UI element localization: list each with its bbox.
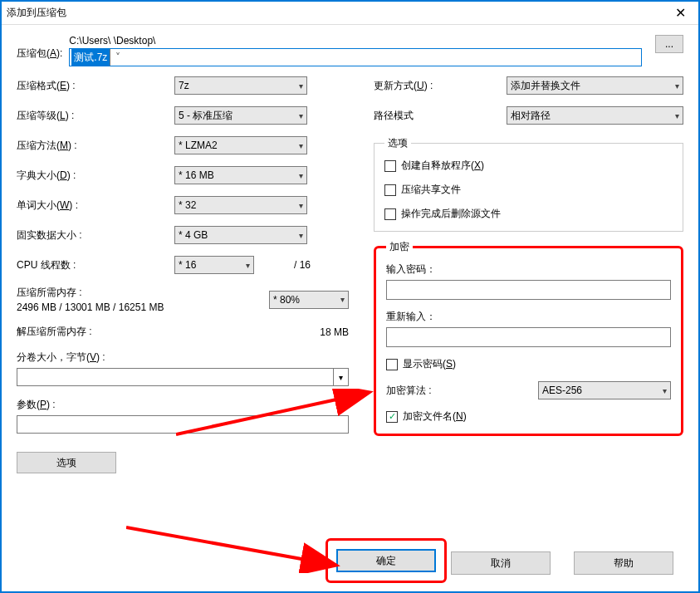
options-legend: 选项: [384, 136, 411, 150]
mem-comp-value: 2496 MB / 13001 MB / 16251 MB: [17, 301, 257, 313]
archive-name-input[interactable]: 测试.7z ˅: [69, 48, 642, 66]
solid-select[interactable]: * 4 GB▾: [174, 226, 307, 244]
alg-label: 加密算法 :: [386, 384, 538, 398]
split-input[interactable]: ▾: [17, 368, 349, 386]
showpwd-checkbox[interactable]: 显示密码(S): [386, 357, 671, 371]
dialog-content: 压缩包(A): C:\Users\ \Desktop\ 测试.7z ˅ ... …: [2, 25, 698, 591]
dict-label: 字典大小(D) :: [17, 169, 174, 183]
sfx-checkbox[interactable]: 创建自释放程序(X): [384, 159, 673, 173]
chevron-down-icon: ▾: [663, 386, 667, 395]
titlebar: 添加到压缩包 ✕: [2, 2, 698, 25]
mem-pct-select[interactable]: * 80%▾: [269, 291, 349, 309]
pwd2-label: 重新输入：: [386, 310, 671, 324]
encryption-group: 加密 输入密码： 重新输入： 显示密码(S) 加密算法 : AES-256▾ 加…: [374, 240, 683, 436]
chevron-down-icon: ▾: [675, 81, 679, 91]
annotation-arrow-2: [126, 523, 342, 573]
pwd-label: 输入密码：: [386, 262, 671, 277]
cpu-label: CPU 线程数 :: [17, 258, 174, 272]
encnames-checkbox[interactable]: 加密文件名(N): [386, 409, 671, 424]
ok-button[interactable]: 确定: [336, 549, 436, 572]
chevron-down-icon: ▾: [299, 201, 303, 210]
encryption-legend: 加密: [386, 240, 413, 254]
word-label: 单词大小(W) :: [17, 198, 174, 213]
chevron-down-icon: ▾: [333, 369, 348, 385]
chevron-down-icon: ▾: [299, 171, 303, 180]
dialog-title: 添加到压缩包: [2, 6, 66, 20]
shared-checkbox[interactable]: 压缩共享文件: [384, 183, 673, 197]
ok-highlight: 确定: [326, 538, 447, 583]
archive-path-text: C:\Users\ \Desktop\: [69, 35, 642, 48]
mem-decomp-label: 解压缩所需内存 :: [17, 325, 92, 339]
split-label: 分卷大小，字节(V) :: [17, 350, 349, 365]
level-label: 压缩等级(L) :: [17, 109, 174, 123]
chevron-down-icon: ▾: [675, 111, 679, 120]
format-label: 压缩格式(E) :: [17, 79, 174, 93]
pwd-input[interactable]: [386, 280, 671, 300]
options-group: 选项 创建自释放程序(X) 压缩共享文件 操作完成后删除源文件: [374, 136, 683, 232]
update-select[interactable]: 添加并替换文件▾: [507, 76, 683, 95]
archive-name-selected: 测试.7z: [71, 49, 110, 66]
params-input[interactable]: [17, 415, 349, 434]
pathmode-label: 路径模式: [374, 109, 507, 123]
cancel-button[interactable]: 取消: [451, 551, 551, 575]
dialog-window: 添加到压缩包 ✕ 压缩包(A): C:\Users\ \Desktop\ 测试.…: [0, 0, 700, 593]
chevron-down-icon: ▾: [299, 231, 303, 240]
help-button[interactable]: 帮助: [574, 551, 673, 575]
chevron-down-icon: ▾: [299, 141, 303, 150]
archive-label: 压缩包(A):: [17, 35, 62, 61]
params-label: 参数(P) :: [17, 398, 349, 412]
right-column: 更新方式(U) : 添加并替换文件▾ 路径模式 相对路径▾ 选项 创建自释放程序…: [374, 76, 683, 473]
pathmode-select[interactable]: 相对路径▾: [507, 106, 683, 125]
method-label: 压缩方法(M) :: [17, 139, 174, 153]
level-select[interactable]: 5 - 标准压缩▾: [174, 106, 307, 125]
chevron-down-icon: ▾: [299, 111, 303, 120]
format-select[interactable]: 7z▾: [174, 76, 307, 95]
archive-row: 压缩包(A): C:\Users\ \Desktop\ 测试.7z ˅ ...: [17, 35, 683, 66]
close-button[interactable]: ✕: [662, 2, 698, 25]
svg-line-1: [126, 527, 334, 565]
dict-select[interactable]: * 16 MB▾: [174, 166, 307, 184]
mem-comp-label: 压缩所需内存 :: [17, 286, 257, 300]
chevron-down-icon: ▾: [299, 81, 303, 91]
dropdown-icon[interactable]: ˅: [110, 49, 125, 66]
alg-select[interactable]: AES-256▾: [538, 381, 671, 399]
options-button[interactable]: 选项: [17, 452, 116, 473]
cpu-total: / 16: [294, 259, 311, 271]
mem-decomp-value: 18 MB: [320, 326, 349, 338]
archive-path-area: C:\Users\ \Desktop\ 测试.7z ˅: [69, 35, 642, 66]
method-select[interactable]: * LZMA2▾: [174, 136, 307, 154]
browse-button[interactable]: ...: [655, 35, 683, 53]
cpu-select[interactable]: * 16▾: [174, 256, 254, 274]
solid-label: 固实数据大小 :: [17, 228, 174, 243]
update-label: 更新方式(U) :: [374, 79, 507, 93]
deleteafter-checkbox[interactable]: 操作完成后删除源文件: [384, 207, 673, 221]
chevron-down-icon: ▾: [340, 295, 345, 304]
pwd2-input[interactable]: [386, 327, 671, 347]
word-select[interactable]: * 32▾: [174, 196, 307, 214]
left-column: 压缩格式(E) : 7z▾ 压缩等级(L) : 5 - 标准压缩▾ 压缩方法(M…: [17, 76, 349, 473]
chevron-down-icon: ▾: [246, 261, 250, 270]
